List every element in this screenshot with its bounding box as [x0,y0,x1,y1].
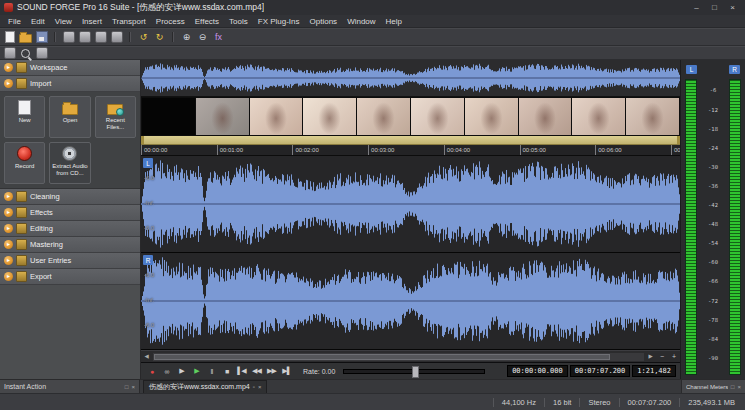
menu-transport[interactable]: Transport [107,17,151,26]
zoom-out-icon[interactable]: ⊖ [196,31,209,43]
go-to-start-button[interactable]: ▌◀ [235,365,248,377]
record-tile-button[interactable]: Record [4,142,45,184]
horizontal-scrollbar[interactable]: ◀ ▶ − + [141,350,680,362]
expand-arrow-icon[interactable]: ▸ [4,208,13,217]
trim-icon[interactable] [62,31,75,43]
menu-view[interactable]: View [50,17,77,26]
expand-arrow-icon[interactable]: ▸ [4,79,13,88]
event-tool-icon[interactable] [35,47,48,59]
go-to-end-button[interactable]: ▶▌ [280,365,293,377]
zoom-in-icon[interactable]: ⊕ [180,31,193,43]
menu-tools[interactable]: Tools [224,17,253,26]
magnify-tool-icon[interactable] [19,47,32,59]
instant-action-tab[interactable]: Instant Action □ × [0,380,140,393]
menu-help[interactable]: Help [381,17,407,26]
menu-options[interactable]: Options [305,17,343,26]
play-all-button[interactable]: ▶ [175,365,188,377]
user-entries-icon [16,255,27,266]
loop-playback-button[interactable]: ∞ [160,365,173,377]
close-icon[interactable]: × [737,384,741,390]
menu-effects[interactable]: Effects [190,17,224,26]
rate-slider-thumb[interactable] [412,366,419,378]
sidebar-section-mastering[interactable]: ▸Mastering [0,237,140,253]
minimize-button[interactable]: – [688,1,705,14]
channel-meters-tab[interactable]: Channel Meters □ × [681,380,745,393]
extract-audio-tile-button[interactable]: Extract Audio from CD... [49,142,90,184]
import-icon [16,78,27,89]
undo-icon[interactable]: ↺ [137,31,150,43]
sidebar-section-cleaning[interactable]: ▸Cleaning [0,189,140,205]
menu-file[interactable]: File [3,17,26,26]
sidebar-section-import[interactable]: ▸Import [0,76,140,92]
expand-arrow-icon[interactable]: ▸ [4,272,13,281]
new-tile-button[interactable]: New [4,96,45,138]
edit-tool-icon[interactable] [3,47,16,59]
expand-arrow-icon[interactable]: ▸ [4,240,13,249]
scrollbar-thumb[interactable] [154,354,610,360]
sidebar-section-user-entries[interactable]: ▸User Entries [0,253,140,269]
copy-icon[interactable] [94,31,107,43]
sidebar-section-workspace[interactable]: ▸Workspace [0,60,140,76]
zoom-out-button[interactable]: − [656,353,668,360]
maximize-button[interactable]: □ [706,1,723,14]
status-bar: 44,100 Hz16 bitStereo00:07:07.200235,493… [0,393,745,410]
close-icon[interactable]: × [131,384,135,390]
expand-arrow-icon[interactable]: ▸ [4,63,13,72]
menu-process[interactable]: Process [151,17,190,26]
bottom-tab-row: Instant Action □ × 伤感的安详www.ssdax.com.mp… [0,379,745,393]
sidebar-sections-bottom: ▸Cleaning▸Effects▸Editing▸Mastering▸User… [0,189,140,285]
time-ruler[interactable]: 00:00:0000:01:0000:02:0000:03:0000:04:00… [141,145,680,156]
scroll-left-arrow-icon[interactable]: ◀ [141,351,152,362]
rate-slider[interactable] [343,369,485,374]
document-tab[interactable]: 伤感的安详www.ssdax.com.mp4 ▫ × [143,380,267,394]
redo-icon[interactable]: ↻ [153,31,166,43]
close-button[interactable]: × [724,1,741,14]
channel-r-badge[interactable]: R [143,255,153,265]
meter-scale-label: -60 [699,259,727,265]
rewind-button[interactable]: ◀◀ [250,365,263,377]
open-folder-icon[interactable] [19,31,32,43]
right-channel-waveform[interactable]: R -6.0 -Inf. -6.0 [141,253,680,350]
pause-button[interactable]: ‖ [205,365,218,377]
menu-window[interactable]: Window [342,17,380,26]
meter-r-badge[interactable]: R [729,65,740,74]
scrollbar-track[interactable] [153,353,644,361]
meter-l-badge[interactable]: L [686,65,697,74]
status-sample-rate: 44,100 Hz [493,398,544,407]
expand-arrow-icon[interactable]: ▸ [4,224,13,233]
ruler-tick: 00:00:00 [141,145,167,155]
cd-icon [62,146,77,161]
scroll-right-arrow-icon[interactable]: ▶ [645,351,656,362]
new-file-icon[interactable] [3,31,16,43]
dock-icon[interactable]: □ [731,384,735,390]
left-channel-waveform[interactable]: L -6.0 -Inf. -6.0 [141,156,680,253]
ruler-tick: 00:02:00 [292,145,318,155]
save-icon[interactable] [35,31,48,43]
stop-button[interactable]: ■ [220,365,233,377]
doc-dot-icon[interactable]: ▫ [253,384,255,390]
channel-l-badge[interactable]: L [143,158,153,168]
db-label: -6.0 [144,225,154,231]
fx-favorites-icon[interactable]: fx [212,31,225,43]
menu-edit[interactable]: Edit [26,17,50,26]
overview-waveform[interactable] [141,60,680,97]
recent-files-tile-button[interactable]: Recent Files... [95,96,136,138]
forward-button[interactable]: ▶▶ [265,365,278,377]
open-tile-button[interactable]: Open [49,96,90,138]
cut-icon[interactable] [78,31,91,43]
record-button[interactable]: ● [145,365,158,377]
dock-icon[interactable]: □ [125,384,129,390]
play-button[interactable]: ▶ [190,365,203,377]
zoom-in-button[interactable]: + [668,353,680,360]
sidebar-section-export[interactable]: ▸Export [0,269,140,285]
sidebar-section-effects[interactable]: ▸Effects [0,205,140,221]
paste-icon[interactable] [110,31,123,43]
expand-arrow-icon[interactable]: ▸ [4,256,13,265]
loop-region-bar[interactable] [141,136,680,145]
menu-insert[interactable]: Insert [77,17,107,26]
menu-fx-plug-ins[interactable]: FX Plug-Ins [253,17,305,26]
close-icon[interactable]: × [258,384,262,390]
import-panel: New Open Recent Files... Record Extract … [0,92,140,189]
expand-arrow-icon[interactable]: ▸ [4,192,13,201]
sidebar-section-editing[interactable]: ▸Editing [0,221,140,237]
